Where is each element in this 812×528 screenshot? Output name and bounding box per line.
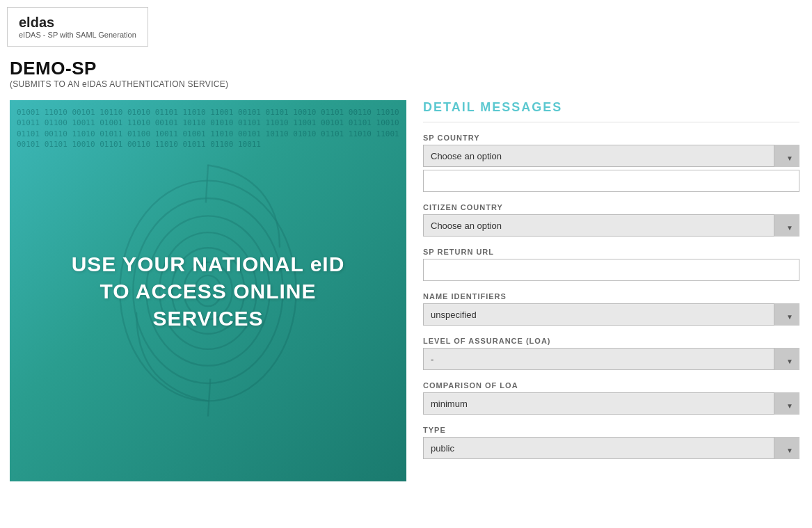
app-subtitle: eIDAS - SP with SAML Generation (19, 31, 136, 39)
hero-banner: 01001 11010 00101 10110 01010 01101 1101… (10, 100, 406, 481)
name-identifiers-label: NAME IDENTIFIERS (423, 292, 799, 301)
name-identifiers-group: NAME IDENTIFIERS unspecified transient p… (423, 292, 799, 326)
page-title: DEMO-SP (10, 58, 802, 79)
sp-country-select-wrapper: Choose an option (423, 145, 799, 167)
citizen-country-group: CITIZEN COUNTRY Choose an option (423, 203, 799, 237)
comparison-loa-group: COMPARISON OF LOA minimum exact maximum … (423, 381, 799, 415)
type-group: TYPE public private (423, 426, 799, 459)
sp-return-url-group: SP RETURN URL (423, 248, 799, 281)
name-identifiers-select[interactable]: unspecified transient persistent (423, 303, 799, 326)
svg-line-8 (208, 379, 210, 417)
app-title: eldas (19, 15, 136, 31)
page-subtitle: (SUBMITS TO AN eIDAS AUTHENTICATION SERV… (10, 79, 802, 89)
sp-return-url-label: SP RETURN URL (423, 248, 799, 256)
comparison-loa-label: COMPARISON OF LOA (423, 381, 799, 390)
app-header: eldas eIDAS - SP with SAML Generation (7, 7, 148, 47)
sp-country-group: SP COUNTRY Choose an option (423, 134, 799, 192)
loa-select[interactable]: - low substantial high (423, 348, 799, 370)
page-title-area: DEMO-SP (SUBMITS TO AN eIDAS AUTHENTICAT… (0, 47, 812, 93)
banner-text: USE YOUR NATIONAL eID TO ACCESS ONLINE S… (58, 237, 359, 346)
citizen-country-select-wrapper: Choose an option (423, 214, 799, 237)
sp-country-extra (423, 170, 799, 192)
type-label: TYPE (423, 426, 799, 434)
loa-group: LEVEL OF ASSURANCE (LOA) - low substanti… (423, 337, 799, 370)
banner-line3: SERVICES (152, 307, 263, 330)
loa-label: LEVEL OF ASSURANCE (LOA) (423, 337, 799, 345)
sp-country-text-input[interactable] (423, 170, 799, 192)
banner-line2: TO ACCESS ONLINE (99, 280, 316, 303)
citizen-country-select[interactable]: Choose an option (423, 214, 799, 237)
type-select[interactable]: public private (423, 437, 799, 459)
sp-country-select[interactable]: Choose an option (423, 145, 799, 167)
comparison-loa-select[interactable]: minimum exact maximum better (423, 392, 799, 415)
section-title: DETAIL MESSAGES (423, 100, 799, 122)
detail-form-panel: DETAIL MESSAGES SP COUNTRY Choose an opt… (420, 100, 802, 470)
citizen-country-label: CITIZEN COUNTRY (423, 203, 799, 211)
main-layout: 01001 11010 00101 10110 01010 01101 1101… (0, 93, 812, 488)
loa-select-wrapper: - low substantial high (423, 348, 799, 370)
type-select-wrapper: public private (423, 437, 799, 459)
banner-line1: USE YOUR NATIONAL eID (72, 253, 345, 275)
sp-country-label: SP COUNTRY (423, 134, 799, 142)
comparison-loa-select-wrapper: minimum exact maximum better (423, 392, 799, 415)
svg-line-7 (206, 166, 208, 203)
name-identifiers-select-wrapper: unspecified transient persistent (423, 303, 799, 326)
sp-return-url-input[interactable] (423, 259, 799, 281)
